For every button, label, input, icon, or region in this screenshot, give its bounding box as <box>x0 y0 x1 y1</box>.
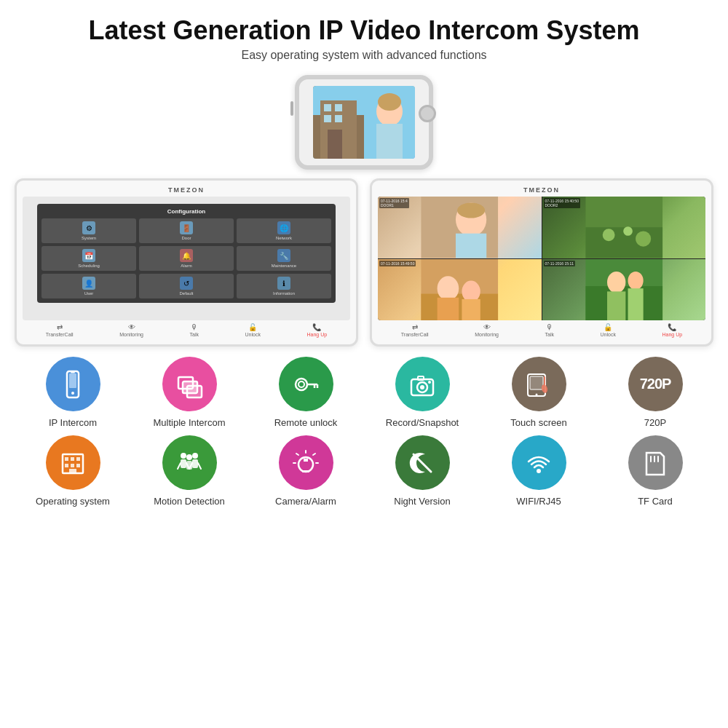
record-icon <box>395 357 450 411</box>
svg-rect-4 <box>335 104 342 111</box>
svg-rect-13 <box>456 234 486 258</box>
hangup-label: Hang Up <box>307 332 328 337</box>
quad-cell-1: 07-11-2016 15:4DOOR1 <box>378 197 542 258</box>
remote-unlock-label: Remote unlock <box>274 417 338 428</box>
device-left-screen: Configuration ⚙ System 🚪 Door 🌐 Networ <box>23 197 350 320</box>
moon-svg <box>408 448 437 478</box>
svg-rect-58 <box>65 464 68 467</box>
page-subtitle: Easy operating system with advanced func… <box>89 49 640 62</box>
feature-multiple-intercom: Multiple Intercom <box>138 357 240 428</box>
config-default: ↺ Default <box>139 274 234 298</box>
information-icon: ℹ <box>277 277 290 290</box>
bottom-hangup: 📞 Hang Up <box>307 323 328 337</box>
svg-rect-74 <box>302 470 309 472</box>
config-scheduling-label: Scheduling <box>78 264 100 268</box>
config-maintenance: 🔧 Maintenance <box>237 246 331 271</box>
tf-card-icon <box>628 435 683 490</box>
r-hangup-label: Hang Up <box>662 332 683 337</box>
svg-point-23 <box>462 280 480 302</box>
wifi-icon <box>512 435 566 490</box>
svg-point-34 <box>71 392 74 395</box>
config-network-label: Network <box>276 236 292 240</box>
r-transfer-icon: ⇄ <box>412 323 418 331</box>
page: Latest Generation IP Video Intercom Syst… <box>0 0 728 728</box>
svg-rect-7 <box>328 130 342 159</box>
svg-rect-73 <box>304 459 308 462</box>
r-monitoring-icon: 👁 <box>483 323 491 331</box>
svg-point-62 <box>181 453 186 459</box>
bottom-transfer: ⇄ TransferCall <box>46 323 74 337</box>
svg-rect-35 <box>71 372 75 373</box>
svg-rect-38 <box>187 386 202 397</box>
r-transfer-label: TransferCall <box>401 332 429 337</box>
feature-720p: 720P 720P <box>604 357 706 428</box>
svg-rect-47 <box>418 376 424 380</box>
config-user-label: User <box>84 291 94 296</box>
feature-remote-unlock: Remote unlock <box>255 357 357 428</box>
config-alarm-label: Alarm <box>181 264 192 268</box>
timestamp-1: 07-11-2016 15:4DOOR1 <box>379 198 409 208</box>
svg-point-48 <box>428 381 431 384</box>
svg-rect-6 <box>335 115 342 122</box>
svg-rect-67 <box>192 459 198 468</box>
network-icon: 🌐 <box>277 221 290 234</box>
config-grid: ⚙ System 🚪 Door 🌐 Network 📅 <box>41 218 331 298</box>
svg-rect-50 <box>530 376 543 389</box>
svg-rect-55 <box>65 457 68 461</box>
bottom-r-transfer: ⇄ TransferCall <box>401 323 429 337</box>
night-version-label: Night Version <box>394 496 450 507</box>
svg-line-69 <box>198 463 201 469</box>
r-hangup-icon: 📞 <box>668 323 676 331</box>
key-svg <box>291 370 320 399</box>
720p-label: 720P <box>644 417 666 428</box>
config-network: 🌐 Network <box>237 218 331 243</box>
touch-screen-icon <box>512 357 566 411</box>
features-row-2: Operating system <box>15 435 713 507</box>
features-section: IP Intercom Multiple Intercom <box>15 357 713 514</box>
feature-touch-screen: Touch screen <box>488 357 590 428</box>
talk-icon: 🎙 <box>191 323 198 331</box>
remote-unlock-icon <box>279 357 333 411</box>
monitoring-icon: 👁 <box>128 323 135 331</box>
svg-point-18 <box>623 226 633 236</box>
tf-card-label: TF Card <box>638 496 673 507</box>
config-door-label: Door <box>181 236 191 240</box>
camera-feed-4 <box>542 259 706 321</box>
feature-camera-alarm: Camera/Alarm <box>255 435 357 507</box>
phone-mockup <box>295 75 433 170</box>
feature-wifi: WIFI/RJ45 <box>488 435 590 507</box>
config-scheduling: 📅 Scheduling <box>41 246 136 271</box>
svg-point-70 <box>186 454 192 460</box>
r-talk-icon: 🎙 <box>546 323 553 331</box>
svg-rect-71 <box>186 461 192 470</box>
config-door: 🚪 Door <box>139 218 234 243</box>
bottom-unlock: 🔓 Unlock <box>245 323 261 337</box>
default-icon: ↺ <box>180 277 193 290</box>
svg-rect-5 <box>324 115 331 122</box>
bottom-r-talk: 🎙 Talk <box>545 323 554 337</box>
phone-background-svg <box>313 86 415 159</box>
device-left-brand: TMEZON <box>23 186 350 194</box>
hangup-icon: 📞 <box>312 323 321 331</box>
transfer-icon: ⇄ <box>57 323 63 331</box>
config-maintenance-label: Maintenance <box>272 264 296 268</box>
feature-operating-system: Operating system <box>22 435 124 507</box>
svg-point-17 <box>602 229 614 242</box>
bottom-r-hangup: 📞 Hang Up <box>662 323 683 337</box>
feature-tf-card: TF Card <box>604 435 706 507</box>
svg-rect-25 <box>462 299 480 321</box>
night-version-icon <box>395 435 450 490</box>
phone-image-container <box>295 75 433 170</box>
svg-rect-24 <box>438 298 459 321</box>
config-information: ℹ Information <box>237 274 331 298</box>
alarm-svg <box>291 448 320 478</box>
device-left: TMEZON Configuration ⚙ System 🚪 Door <box>15 178 358 347</box>
maintenance-icon: 🔧 <box>277 249 290 262</box>
user-icon: 👤 <box>82 277 95 290</box>
svg-rect-33 <box>69 373 76 388</box>
operating-system-label: Operating system <box>36 496 110 507</box>
svg-point-19 <box>636 232 651 247</box>
timestamp-2: 07-11-2016 15:40:50DOOR2 <box>544 198 580 208</box>
svg-rect-61 <box>69 469 76 473</box>
camera-alarm-label: Camera/Alarm <box>275 496 336 507</box>
